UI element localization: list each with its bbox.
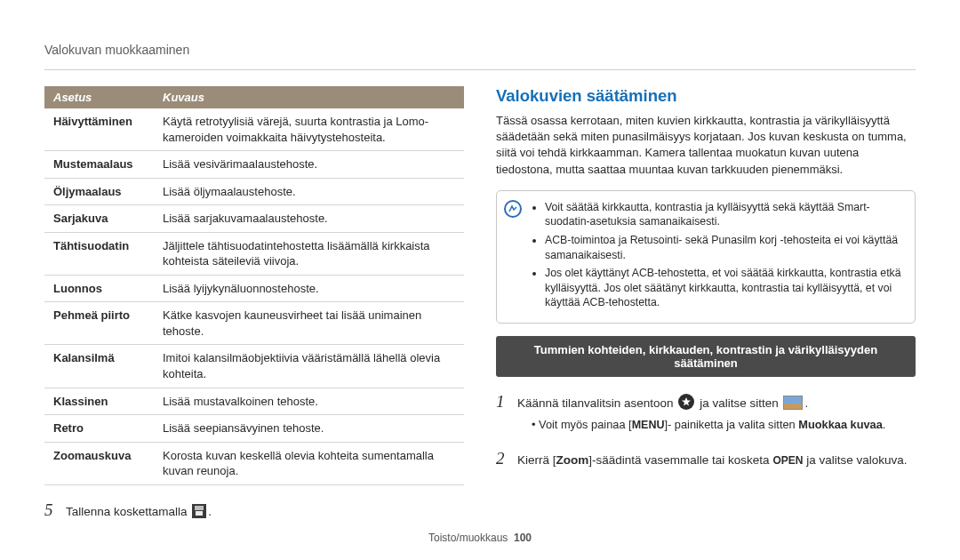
- setting-desc: Käytä retrotyylisiä värejä, suurta kontr…: [154, 108, 464, 151]
- settings-table: Asetus Kuvaus HäivyttäminenKäytä retroty…: [44, 86, 464, 485]
- step-number: 1: [496, 389, 508, 414]
- step1-post: .: [804, 396, 808, 410]
- zoom-label: Zoom: [556, 453, 589, 467]
- step1-pre: Käännä tilanvalitsin asentoon: [517, 396, 676, 410]
- sub-post: .: [883, 418, 886, 431]
- setting-name: Kalansilmä: [44, 345, 154, 388]
- step-body: Tallenna koskettamalla .: [66, 503, 464, 521]
- table-head-setting: Asetus: [44, 86, 154, 108]
- step-1: 1 Käännä tilanvalitsin asentoon ja valit…: [496, 389, 916, 434]
- tip-box: Voit säätää kirkkautta, kontrastia ja ky…: [496, 190, 916, 324]
- table-row: ÖljymaalausLisää öljymaalaustehoste.: [44, 178, 464, 205]
- footer-section: Toisto/muokkaus: [428, 532, 508, 544]
- section-title: Valokuvien säätäminen: [496, 86, 916, 106]
- sub-bold: Muokkaa kuvaa: [798, 418, 883, 431]
- open-label: OPEN: [772, 454, 803, 467]
- setting-desc: Imitoi kalansilmäobjektiivia vääristämäl…: [154, 345, 464, 388]
- setting-desc: Korosta kuvan keskellä olevia kohteita s…: [154, 442, 464, 484]
- table-row: KlassinenLisää mustavalkoinen tehoste.: [44, 388, 464, 415]
- sub-mid: ]- painiketta ja valita sitten: [664, 418, 798, 431]
- table-row: HäivyttäminenKäytä retrotyylisiä värejä,…: [44, 108, 464, 151]
- setting-name: Zoomauskuva: [44, 442, 154, 484]
- table-row: Pehmeä piirtoKätke kasvojen kauneusvirhe…: [44, 302, 464, 345]
- table-head-desc: Kuvaus: [154, 86, 464, 108]
- menu-label: MENU: [632, 419, 665, 431]
- setting-name: Luonnos: [44, 275, 154, 302]
- right-column: Valokuvien säätäminen Tässä osassa kerro…: [496, 86, 916, 522]
- setting-name: Retro: [44, 415, 154, 443]
- table-row: ZoomauskuvaKorosta kuvan keskellä olevia…: [44, 442, 464, 484]
- svg-marker-0: [682, 397, 691, 406]
- tip-item: Voit säätää kirkkautta, kontrastia ja ky…: [545, 200, 904, 229]
- mode-dial-icon: [678, 394, 694, 410]
- setting-desc: Jäljittele tähtisuodatintehostetta lisää…: [154, 232, 464, 275]
- table-row: TähtisuodatinJäljittele tähtisuodatinteh…: [44, 232, 464, 275]
- s2a: Kierrä [: [517, 453, 556, 467]
- table-row: RetroLisää seepiansävyinen tehoste.: [44, 415, 464, 443]
- table-row: MustemaalausLisää vesivärimaalaustehoste…: [44, 151, 464, 179]
- table-row: LuonnosLisää lyijykynäluonnostehoste.: [44, 275, 464, 302]
- page-title: Valokuvan muokkaaminen: [44, 43, 916, 70]
- tip-list: Voit säätää kirkkautta, kontrastia ja ky…: [532, 200, 904, 310]
- setting-name: Klassinen: [44, 388, 154, 415]
- step-5: 5 Tallenna koskettamalla .: [44, 498, 464, 523]
- table-row: SarjakuvaLisää sarjakuvamaalaustehoste.: [44, 205, 464, 233]
- setting-desc: Lisää seepiansävyinen tehoste.: [154, 415, 464, 443]
- tip-item: ACB-toimintoa ja Retusointi- sekä Punasi…: [545, 233, 904, 262]
- setting-name: Öljymaalaus: [44, 178, 154, 205]
- step1-sub-bullet: Voit myös painaa [MENU]- painiketta ja v…: [517, 417, 916, 434]
- s2c: ja valitse valokuva.: [803, 453, 907, 467]
- step5-text-post: .: [208, 505, 212, 518]
- save-icon: [192, 504, 206, 518]
- step5-text-pre: Tallenna koskettamalla: [66, 505, 190, 518]
- subsection-band: Tummien kohteiden, kirkkauden, kontrasti…: [496, 336, 916, 377]
- setting-desc: Lisää sarjakuvamaalaustehoste.: [154, 205, 464, 233]
- setting-name: Sarjakuva: [44, 205, 154, 233]
- step-number: 2: [496, 446, 508, 471]
- setting-desc: Lisää lyijykynäluonnostehoste.: [154, 275, 464, 302]
- setting-name: Häivyttäminen: [44, 108, 154, 151]
- setting-desc: Lisää öljymaalaustehoste.: [154, 178, 464, 205]
- step-body: Kierrä [Zoom]-säädintä vasemmalle tai ko…: [517, 452, 916, 469]
- setting-name: Tähtisuodatin: [44, 232, 154, 275]
- step-2: 2 Kierrä [Zoom]-säädintä vasemmalle tai …: [496, 446, 916, 471]
- photo-icon: [783, 396, 803, 410]
- setting-name: Pehmeä piirto: [44, 302, 154, 345]
- tip-item: Jos olet käyttänyt ACB-tehostetta, et vo…: [545, 266, 904, 310]
- left-column: Asetus Kuvaus HäivyttäminenKäytä retroty…: [44, 86, 464, 522]
- page-footer: Toisto/muokkaus 100: [0, 532, 960, 544]
- step-number: 5: [44, 498, 57, 523]
- setting-desc: Lisää vesivärimaalaustehoste.: [154, 151, 464, 179]
- step1-mid: ja valitse sitten: [696, 396, 781, 410]
- footer-page: 100: [514, 532, 532, 544]
- setting-desc: Kätke kasvojen kauneusvirheet tai lisää …: [154, 302, 464, 345]
- sub-pre: Voit myös painaa [: [539, 418, 632, 431]
- s2b: ]-säädintä vasemmalle tai kosketa: [588, 453, 772, 467]
- setting-name: Mustemaalaus: [44, 151, 154, 179]
- setting-desc: Lisää mustavalkoinen tehoste.: [154, 388, 464, 415]
- two-column-layout: Asetus Kuvaus HäivyttäminenKäytä retroty…: [44, 86, 916, 522]
- table-row: KalansilmäImitoi kalansilmäobjektiivia v…: [44, 345, 464, 388]
- info-icon: [504, 200, 522, 218]
- intro-paragraph: Tässä osassa kerrotaan, miten kuvien kir…: [496, 113, 916, 178]
- step-body: Käännä tilanvalitsin asentoon ja valitse…: [517, 394, 916, 434]
